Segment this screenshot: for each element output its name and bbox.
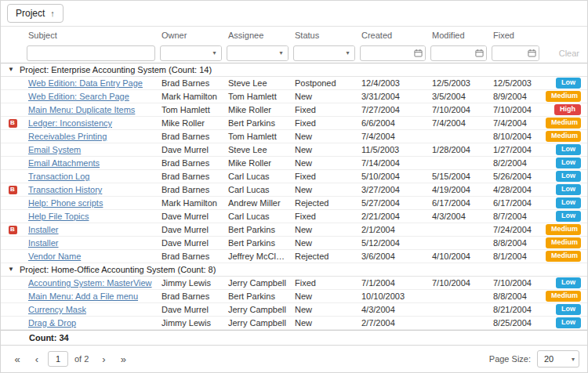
filter-subject-input[interactable] (27, 46, 154, 60)
table-row[interactable]: Main Menu: Add a File menuBrad BarnesBer… (1, 290, 587, 303)
column-header-modified[interactable]: Modified (428, 31, 489, 40)
table-row[interactable]: Vendor NameBrad BarnesJeffrey McClainRej… (1, 250, 587, 263)
table-row[interactable]: Main Menu: Duplicate ItemsTom HamlettMik… (1, 103, 587, 117)
b-flag-icon: B (9, 186, 17, 194)
table-row[interactable]: Web Edition: Search PageMark HamiltonTom… (1, 90, 587, 103)
table-row[interactable]: Currency MaskDave MurrelJerry CampbellNe… (1, 303, 587, 317)
column-header-assignee[interactable]: Assignee (224, 31, 291, 40)
group-row[interactable]: ▼Project: Enterprise Accounting System (… (1, 63, 587, 77)
table-row[interactable]: Help File TopicsDave MurrelCarl LucasFix… (1, 210, 587, 223)
subject-link[interactable]: Web Edition: Search Page (28, 92, 154, 101)
chevron-down-icon: ▾ (346, 49, 349, 56)
subject-link[interactable]: Vendor Name (28, 252, 154, 261)
subject-link[interactable]: Currency Mask (28, 305, 154, 314)
subject-link[interactable]: Transaction Log (28, 172, 154, 181)
subject-link[interactable]: Web Edition: Data Entry Page (28, 78, 154, 88)
next-page-button[interactable]: › (95, 350, 112, 368)
table-row[interactable]: Email SystemDave MurrelSteve LeeNew11/5/… (1, 143, 587, 157)
subject-link[interactable]: Transaction History (28, 185, 154, 194)
priority-badge: Low (556, 304, 581, 315)
group-expander-icon[interactable]: ▼ (8, 67, 14, 73)
group-panel: Project ↑ (1, 1, 587, 27)
table-row[interactable]: Email AttachmentsBrad BarnesMike RollerN… (1, 157, 587, 170)
table-row[interactable]: Drag & DropJimmy LewisJerry CampbellNew2… (1, 317, 587, 330)
subject-link[interactable]: Help File Topics (28, 212, 154, 221)
previous-page-button[interactable]: ‹ (28, 350, 45, 368)
modified-cell: 7/10/2004 (428, 105, 489, 114)
table-row[interactable]: BInstallerDave MurrelBert ParkinsNew2/1/… (1, 223, 587, 237)
subject-link[interactable]: Email Attachments (28, 158, 154, 168)
table-row[interactable]: BLedger: InconsistencyMike RollerBert Pa… (1, 117, 587, 130)
subject-link[interactable]: Receivables Printing (28, 132, 154, 141)
current-page-input[interactable]: 1 (48, 351, 68, 367)
table-row[interactable]: Accounting System: MasterViewJimmy Lewis… (1, 277, 587, 290)
subject-link[interactable]: Installer (28, 225, 154, 234)
filter-modified-input[interactable] (431, 46, 473, 60)
clear-filters-button[interactable]: Clear (542, 43, 587, 63)
subject-link[interactable]: Installer (28, 238, 154, 248)
status-cell: Fixed (291, 172, 358, 181)
table-row[interactable]: InstallerDave MurrelBert ParkinsNew5/12/… (1, 237, 587, 250)
table-row[interactable]: Transaction LogBrad BarnesCarl LucasFixe… (1, 170, 587, 183)
calendar-icon (528, 49, 536, 57)
filter-status-dropdown-button[interactable]: ▾ (341, 46, 354, 60)
page-size-label: Page Size: (489, 354, 531, 364)
modified-cell: 1/28/2004 (428, 145, 489, 154)
filter-assignee-input[interactable] (227, 46, 274, 60)
table-row[interactable]: BTransaction HistoryBrad BarnesCarl Luca… (1, 183, 587, 197)
subject-link[interactable]: Ledger: Inconsistency (28, 118, 154, 128)
column-header-owner[interactable]: Owner (158, 31, 224, 40)
bug-tracker-grid: Project ↑ Subject Owner Assignee Status … (0, 0, 588, 373)
table-row[interactable]: Receivables PrintingBrad BarnesTom Hamle… (1, 130, 587, 143)
filter-owner-input[interactable] (161, 46, 208, 60)
subject-link[interactable]: Main Menu: Add a File menu (28, 292, 154, 301)
owner-cell: Brad Barnes (158, 252, 224, 261)
subject-cell: Email System (24, 145, 158, 154)
column-header-subject[interactable]: Subject (24, 31, 158, 40)
filter-created-calendar-button[interactable] (412, 46, 425, 60)
subject-cell: Web Edition: Data Entry Page (24, 78, 158, 88)
created-cell: 2/7/2004 (358, 318, 428, 328)
filter-status-editor: ▾ (293, 45, 355, 61)
status-cell: Postponed (291, 78, 358, 88)
filter-owner-dropdown-button[interactable]: ▾ (208, 46, 221, 60)
table-row[interactable]: Web Edition: Data Entry PageBrad BarnesS… (1, 77, 587, 90)
created-cell: 6/6/2004 (358, 118, 428, 128)
fixed-cell: 7/10/2004 (489, 278, 542, 288)
table-row[interactable]: Help: Phone scriptsMark HamiltonAndrew M… (1, 197, 587, 210)
assignee-cell: Andrew Miller (224, 198, 291, 208)
group-chip-project[interactable]: Project ↑ (7, 4, 64, 23)
filter-created-input[interactable] (361, 46, 412, 60)
assignee-cell: Tom Hamlett (224, 92, 291, 101)
group-row[interactable]: ▼Project: Home-Office Accounting System … (1, 263, 587, 277)
column-header-status[interactable]: Status (291, 31, 358, 40)
filter-assignee-dropdown-button[interactable]: ▾ (274, 46, 288, 60)
subject-link[interactable]: Email System (28, 145, 154, 154)
subject-link[interactable]: Main Menu: Duplicate Items (28, 105, 154, 114)
filter-fixed-input[interactable] (492, 46, 525, 60)
group-title: Project: Enterprise Accounting System (C… (20, 65, 212, 74)
filter-modified-calendar-button[interactable] (473, 46, 486, 60)
grid-footer: Count: 34 (1, 330, 587, 345)
column-header-fixed[interactable]: Fixed (489, 31, 542, 40)
fixed-cell: 8/10/2004 (489, 132, 542, 141)
assignee-cell: Carl Lucas (224, 185, 291, 194)
group-expander-icon[interactable]: ▼ (8, 266, 14, 273)
priority-badge: Low (556, 197, 581, 208)
group-chip-label: Project (16, 8, 45, 19)
subject-link[interactable]: Help: Phone scripts (28, 198, 154, 208)
subject-link[interactable]: Accounting System: MasterView (28, 278, 154, 288)
pager: « ‹ 1 of 2 › » Page Size: 20 ▾ (1, 345, 587, 372)
assignee-cell: Mike Roller (224, 105, 291, 114)
column-header-created[interactable]: Created (358, 31, 428, 40)
filter-modified-editor (430, 45, 487, 61)
first-page-button[interactable]: « (9, 350, 26, 368)
priority-badge: Medium (546, 91, 581, 102)
page-size-select[interactable]: 20 ▾ (537, 350, 579, 368)
last-page-button[interactable]: » (114, 350, 132, 368)
filter-created-editor (360, 45, 426, 61)
subject-link[interactable]: Drag & Drop (28, 318, 154, 328)
filter-fixed-calendar-button[interactable] (525, 46, 539, 60)
priority-cell: Low (542, 317, 587, 328)
filter-status-input[interactable] (294, 46, 341, 60)
